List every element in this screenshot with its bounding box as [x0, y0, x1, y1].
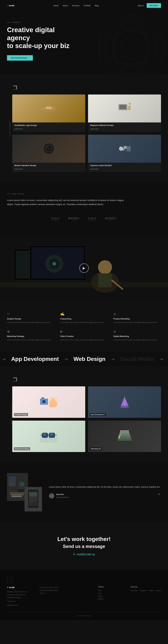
cta-email-icon: ✈ — [73, 553, 75, 556]
testimonial-images: N — [7, 473, 42, 512]
quote-mark: " — [158, 492, 160, 500]
japanese-img — [117, 142, 132, 155]
svg-rect-82 — [29, 501, 34, 502]
author-info: Jane Doe designer/producer — [56, 494, 69, 498]
svg-point-40 — [43, 400, 45, 403]
marquee-item-2: Web Design — [70, 356, 109, 362]
hero-decoration — [94, 11, 168, 74]
service-digital-title: Digital Marketing — [113, 335, 161, 337]
service-card-branding: Branding Strategy — [12, 420, 85, 452]
marquee-item-3: Social Media — [117, 356, 158, 362]
footer-link-help[interactable]: Help — [98, 590, 123, 592]
cta-line1: Let's work together! — [7, 536, 161, 542]
service-marketing-desc: Lorem ipsum dolor sit amet, consectetur … — [7, 339, 55, 341]
work-card-automobile-title: AutoMobile Logo Design — [14, 124, 83, 126]
cta-email-text: mail@scale.up — [77, 553, 95, 556]
work-card-speaker-title: Modern Speaker Design — [14, 164, 83, 166]
author-title: designer/producer — [56, 496, 69, 498]
work-card-speaker: Modern Speaker Design Learn more → — [12, 135, 85, 172]
service-card-marketing-kit: Marketing Kit — [88, 420, 161, 452]
svg-point-56 — [50, 433, 53, 436]
app-dev-img — [116, 393, 133, 411]
work-card-speaker-link[interactable]: Learn more → — [14, 168, 25, 170]
cta-section: Let's work together! Send us a message ✈… — [0, 522, 168, 570]
footer-link-pricing[interactable]: Pricing — [98, 595, 123, 597]
svg-rect-71 — [10, 492, 25, 494]
work-card-japanese-link[interactable]: Learn more → — [90, 168, 100, 170]
nav-cta-button[interactable]: Get Quote — [147, 3, 161, 8]
footer-facebook[interactable]: Facebook — [130, 590, 137, 592]
footer-link-register[interactable]: Register — [98, 598, 123, 600]
service-card-app-dev-label: App Development — [90, 413, 106, 416]
copywriting-icon: ✍ — [60, 312, 108, 316]
svg-point-0 — [98, 15, 164, 74]
service-copywriting-title: Copywriting — [60, 318, 108, 320]
svg-rect-73 — [11, 496, 22, 497]
work-card-automobile-link[interactable]: Learn more → — [14, 128, 25, 130]
marquee-arrow-4: → — [159, 356, 164, 362]
nav-signin[interactable]: Sign In — [138, 4, 144, 7]
service-card-app-dev: App Development — [88, 386, 161, 418]
footer-link-faq[interactable]: FAQ — [98, 592, 123, 594]
nav-services[interactable]: Services — [72, 4, 79, 7]
testimonial-author: Jane Doe designer/producer " — [49, 492, 160, 500]
service-graphic-title: Graphic Design — [7, 318, 55, 320]
services-features-section: ✏ Graphic Design Lorem ipsum dolor sit a… — [0, 301, 168, 352]
footer-twitter[interactable]: Twitter — [148, 590, 153, 592]
marquee-arrow-1: → — [2, 356, 6, 362]
svg-rect-62 — [120, 430, 122, 433]
testimonial-secondary-svg — [25, 487, 42, 512]
svg-point-1 — [105, 22, 157, 73]
work-card-japanese-info: Japanese Style Booklet Learn more → — [88, 162, 161, 172]
logo: ≡ scale — [7, 4, 14, 7]
product-branding-icon: ◈ — [113, 312, 161, 316]
product-design-img — [38, 393, 59, 411]
footer-youtube[interactable]: Youtube — [155, 590, 161, 592]
service-item-copywriting: ✍ Copywriting Lorem ipsum dolor sit amet… — [60, 312, 108, 324]
author-avatar — [49, 493, 54, 498]
svg-rect-11 — [128, 106, 130, 108]
svg-rect-66 — [9, 477, 16, 482]
marquee-item-4: App Development — [165, 356, 168, 362]
nav-portfolio[interactable]: Portfolio — [84, 4, 91, 7]
nav-blog[interactable]: Blog — [95, 4, 99, 7]
our-services-arrow-icon — [12, 377, 18, 382]
testimonial-text: Lorem ipsum dolor sit amet, consectetur … — [49, 485, 160, 489]
nav-about[interactable]: About — [63, 4, 68, 7]
marquee-section: → App Development → Web Design → Social … — [0, 352, 168, 366]
nav-home[interactable]: Home — [54, 4, 59, 7]
service-marketing-title: Marketing Strategy — [7, 335, 55, 337]
svg-rect-63 — [118, 436, 120, 438]
nav-right: Sign In Get Quote — [138, 3, 161, 8]
hero-title-line1: Creative digital agency — [7, 26, 55, 42]
digital-marketing-icon: ◈ — [113, 329, 161, 334]
work-card-magazine: Magazine Website Design Learn more → — [88, 94, 161, 132]
svg-rect-72 — [11, 494, 24, 495]
svg-text:welcome: welcome — [46, 107, 52, 109]
client-cult-2: CULT CONNECT — [88, 217, 97, 221]
goals-text: Lorem ipsum dolor sit amet, consectetur … — [7, 198, 129, 206]
svg-point-17 — [48, 148, 50, 149]
hero-title: Creative digital agency to scale-up your… — [7, 26, 77, 50]
service-graphic-desc: Lorem ipsum dolor sit amet, consectetur … — [7, 321, 55, 324]
service-video-desc: Lorem ipsum dolor sit amet, consectetur … — [60, 339, 108, 341]
service-item-video: ▶ Video Creation Lorem ipsum dolor sit a… — [60, 329, 108, 341]
footer-contact-2: mail@scale.up — [7, 604, 33, 606]
work-card-magazine-link[interactable]: Learn more → — [90, 128, 100, 130]
svg-rect-78 — [29, 492, 37, 496]
hero-title-line2: to scale-up your biz — [7, 42, 69, 50]
footer-logo-icon: ≡ — [7, 586, 9, 589]
footer-bottom: Powered by Omega® — [7, 612, 161, 616]
footer-description: Lorem ipsum dolor sit amet, consectetur … — [40, 586, 91, 594]
svg-rect-80 — [29, 498, 35, 500]
scroll-up-button[interactable]: ↑ — [7, 577, 13, 582]
footer-social-links: Facebook Instagram Twitter Youtube — [130, 590, 161, 592]
cta-email-link[interactable]: ✈ mail@scale.up — [7, 553, 161, 556]
goals-section: OUR GOALS Lorem ipsum dolor sit amet, co… — [0, 182, 168, 235]
play-button[interactable]: ▶ — [79, 264, 89, 273]
service-card-branding-label: Branding Strategy — [14, 447, 30, 450]
footer-copyright: Powered by Omega® — [76, 615, 92, 616]
footer-instagram[interactable]: Instagram — [139, 590, 146, 592]
hero-cta-button[interactable]: Let's Get Connected → — [7, 55, 33, 60]
video-scene: ▶ — [0, 235, 168, 301]
